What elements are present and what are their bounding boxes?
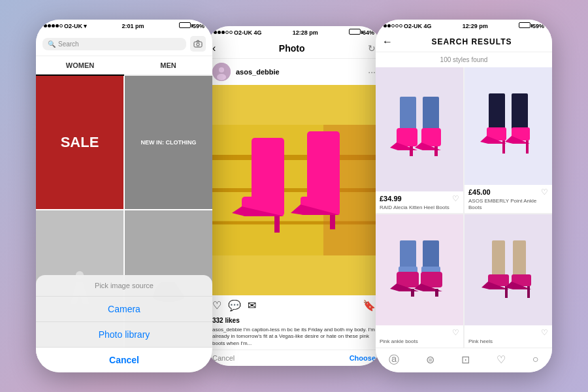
action-sheet: Pick image source Camera Photo library C…	[36, 275, 212, 372]
phone-2-status-bar: O2-UK 4G 12:28 pm 64%	[206, 26, 382, 39]
post-image	[206, 85, 382, 295]
photo-title: Photo	[279, 43, 305, 54]
search-bar[interactable]: 🔍 Search	[42, 38, 186, 50]
bottom-nav: ⓐ ⊜ ⊡ ♡ ○	[376, 348, 552, 372]
search-nav-icon[interactable]: ⊜	[426, 353, 434, 367]
battery-icon	[179, 22, 191, 29]
product-4-wishlist[interactable]: ♡	[541, 328, 548, 337]
product-1-name: RAID Alecia Kitten Heel Boots	[380, 204, 459, 211]
product-4[interactable]: ♡ Pink heels	[465, 214, 552, 348]
more-icon[interactable]: ···	[368, 67, 376, 77]
svg-rect-16	[274, 216, 280, 233]
like-icon[interactable]: ♡	[212, 299, 221, 312]
boot-2-svg	[390, 240, 449, 299]
bookmark-icon[interactable]: 🔖	[363, 299, 376, 312]
product-1-info: £34.99 ♡ RAID Alecia Kitten Heel Boots	[376, 191, 463, 214]
svg-rect-29	[489, 93, 505, 129]
price-row-3: ♡	[380, 328, 459, 337]
product-2[interactable]: £45.00 ♡ ASOS EMBERLY Point Ankle Boots	[465, 67, 552, 213]
phone-3-status-bar: O2-UK 4G 12:29 pm 59%	[376, 20, 552, 32]
svg-rect-17	[307, 131, 340, 203]
back-icon[interactable]: ‹	[212, 42, 216, 54]
product-2-image	[465, 67, 552, 185]
battery-label: 59%	[532, 23, 544, 29]
price-row-2: £45.00 ♡	[468, 188, 548, 197]
heel-2-svg	[479, 240, 538, 299]
svg-rect-48	[513, 240, 526, 276]
wishlist-nav-icon[interactable]: ♡	[497, 353, 506, 367]
signal-icon	[214, 31, 233, 34]
svg-rect-46	[435, 289, 438, 297]
svg-rect-54	[527, 286, 530, 298]
price-row-4: ♡	[468, 328, 548, 337]
time-label: 12:28 pm	[293, 29, 318, 36]
product-2-price: £45.00	[468, 188, 491, 196]
search-placeholder: Search	[58, 41, 79, 48]
camera-option[interactable]: Camera	[36, 297, 212, 322]
carrier-label: O2-UK	[64, 23, 82, 29]
comment-icon[interactable]: 💬	[228, 299, 241, 312]
phones-container: O2-UK ▾ 2:01 pm 59% 🔍 Search	[0, 0, 588, 392]
signal-icon	[44, 24, 63, 27]
product-1-price: £34.99	[380, 195, 402, 203]
product-1-wishlist[interactable]: ♡	[452, 194, 459, 203]
product-2-name: ASOS EMBERLY Point Ankle Boots	[468, 198, 548, 210]
category-new[interactable]: NEW IN: CLOTHING	[125, 76, 212, 209]
product-3-name: Pink ankle boots	[380, 338, 459, 345]
price-row-1: £34.99 ♡	[380, 194, 459, 203]
product-3-wishlist[interactable]: ♡	[452, 328, 459, 337]
carrier-label: O2-UK 4G	[404, 23, 432, 29]
choose-button[interactable]: Choose	[350, 354, 376, 362]
svg-rect-30	[512, 93, 528, 129]
category-sale[interactable]: SALE	[36, 76, 123, 209]
phone-3: O2-UK 4G 12:29 pm 59% ← SEARCH RESULTS 1…	[376, 20, 552, 372]
action-sheet-title: Pick image source	[36, 275, 212, 297]
photo-library-option[interactable]: Photo library	[36, 322, 212, 348]
svg-point-6	[217, 74, 226, 80]
sale-label: SALE	[61, 134, 99, 151]
svg-rect-20	[330, 215, 335, 229]
home-nav-icon[interactable]: ⓐ	[389, 353, 399, 367]
cancel-button[interactable]: Cancel	[36, 348, 212, 372]
phone-2: O2-UK 4G 12:28 pm 64% ‹ Photo ↻	[206, 26, 382, 366]
phone-3-screen: O2-UK 4G 12:29 pm 59% ← SEARCH RESULTS 1…	[376, 20, 552, 372]
battery-icon	[519, 22, 531, 29]
post-actions: ♡ 💬 ✉ 🔖	[206, 295, 382, 316]
svg-rect-33	[502, 140, 505, 154]
product-4-info: ♡ Pink heels	[465, 325, 552, 348]
tab-men[interactable]: MEN	[124, 56, 212, 76]
svg-rect-43	[411, 289, 414, 297]
share-icon[interactable]: ✉	[248, 299, 256, 312]
post-image-svg	[206, 125, 382, 255]
product-1[interactable]: £34.99 ♡ RAID Alecia Kitten Heel Boots	[376, 67, 463, 213]
refresh-icon[interactable]: ↻	[368, 43, 376, 54]
tab-women[interactable]: WOMEN	[36, 56, 124, 76]
profile-nav-icon[interactable]: ○	[532, 353, 539, 367]
product-4-image	[465, 214, 552, 325]
post-header: asos_debbie ···	[206, 59, 382, 85]
phone-2-screen: O2-UK 4G 12:28 pm 64% ‹ Photo ↻	[206, 26, 382, 366]
phone-1-nav: 🔍 Search	[36, 32, 212, 56]
cancel-button[interactable]: Cancel	[212, 354, 235, 362]
svg-rect-21	[400, 97, 416, 129]
svg-rect-36	[526, 140, 529, 154]
boot-1-svg	[390, 97, 449, 162]
svg-rect-47	[492, 240, 505, 276]
tabs: WOMEN MEN	[36, 56, 212, 76]
product-2-wishlist[interactable]: ♡	[541, 188, 548, 197]
found-count: 100 styles found	[376, 52, 552, 67]
bag-nav-icon[interactable]: ⊡	[461, 353, 470, 367]
results-title: SEARCH RESULTS	[398, 37, 546, 46]
results-nav: ← SEARCH RESULTS	[376, 32, 552, 52]
camera-icon[interactable]	[190, 36, 206, 52]
svg-point-1	[197, 43, 199, 46]
avatar-svg	[212, 63, 231, 81]
product-3-image	[376, 214, 463, 325]
phone-1-screen: O2-UK ▾ 2:01 pm 59% 🔍 Search	[36, 20, 212, 372]
product-3[interactable]: ♡ Pink ankle boots	[376, 214, 463, 348]
camera-svg	[193, 40, 203, 48]
bottom-bar: Cancel Choose	[206, 350, 382, 366]
svg-rect-25	[410, 146, 413, 156]
search-icon: 🔍	[48, 41, 56, 48]
back-button[interactable]: ←	[382, 36, 393, 48]
